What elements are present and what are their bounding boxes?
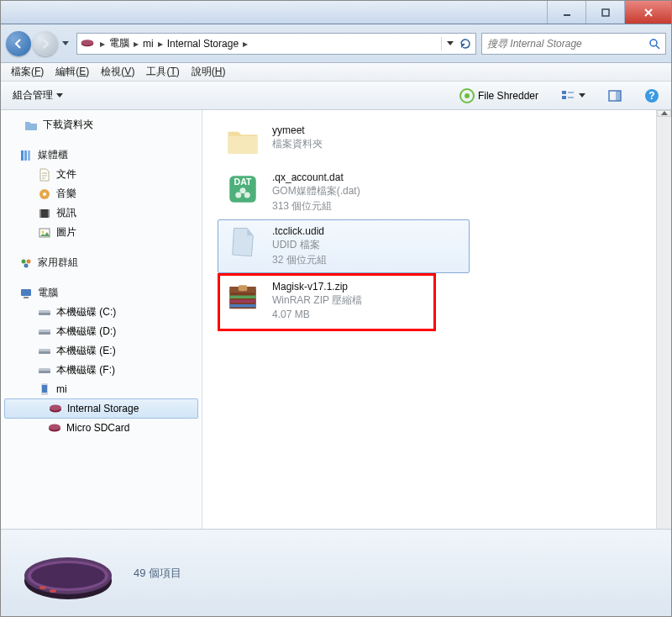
history-dropdown[interactable] (60, 36, 71, 51)
svg-line-7 (656, 45, 659, 49)
search-icon[interactable] (648, 38, 660, 50)
svg-point-5 (81, 40, 94, 45)
chevron-down-icon (56, 93, 63, 98)
svg-rect-42 (42, 385, 47, 393)
chevron-right-icon[interactable]: ▸ (97, 38, 108, 50)
sidebar-item-drive-f[interactable]: 本機磁碟 (F:) (1, 361, 202, 380)
content-area: 下載資料夾 媒體櫃 文件 音樂 視訊 圖片 (1, 110, 671, 529)
view-icon (560, 88, 575, 103)
file-name: Magisk-v17.1.zip (272, 281, 362, 293)
breadcrumb-seg[interactable]: Internal Storage (167, 38, 239, 50)
tree-label: 本機磁碟 (D:) (56, 324, 116, 339)
chevron-right-icon[interactable]: ▸ (155, 38, 165, 50)
svg-point-50 (244, 192, 250, 198)
svg-point-6 (650, 40, 657, 46)
breadcrumb-seg[interactable]: 電腦 (109, 36, 129, 50)
scrollbar[interactable] (656, 110, 671, 529)
back-button[interactable] (6, 31, 31, 56)
sidebar-item-videos[interactable]: 視訊 (1, 203, 202, 223)
svg-point-9 (465, 93, 470, 98)
tree-label: 下載資料夾 (43, 118, 93, 132)
sidebar-header-computer[interactable]: 電腦 (1, 281, 202, 303)
svg-point-27 (42, 230, 45, 233)
address-bar[interactable]: ▸ 電腦 ▸ mi ▸ Internal Storage ▸ (76, 33, 476, 55)
file-size: 32 個位元組 (272, 253, 327, 267)
chevron-down-icon (579, 93, 585, 98)
refresh-icon[interactable] (459, 37, 472, 50)
svg-point-49 (235, 192, 241, 198)
tree-label: 音樂 (56, 187, 76, 201)
sidebar-item-pictures[interactable]: 圖片 (1, 223, 202, 242)
svg-rect-40 (39, 371, 50, 373)
menu-file[interactable]: 檔案(F) (6, 63, 49, 81)
sidebar-item-internal-storage[interactable]: Internal Storage (4, 398, 198, 419)
svg-point-46 (49, 425, 60, 430)
chevron-down-icon[interactable] (447, 41, 454, 46)
maximize-button[interactable] (585, 1, 624, 24)
svg-rect-56 (229, 300, 256, 303)
file-list[interactable]: yymeet 檔案資料夾 DAT .qx_account.dat GOM媒體檔案… (202, 110, 671, 529)
menu-tools[interactable]: 工具(T) (141, 63, 184, 81)
close-button[interactable] (624, 1, 671, 24)
sidebar-header-homegroup[interactable]: 家用群組 (1, 250, 202, 272)
tree-label: 家用群組 (38, 256, 78, 270)
chevron-right-icon[interactable]: ▸ (240, 38, 250, 50)
file-name: .qx_account.dat (272, 171, 360, 183)
preview-pane-button[interactable] (602, 85, 627, 107)
minimize-button[interactable] (547, 1, 585, 24)
file-type: WinRAR ZIP 壓縮檔 (272, 293, 362, 308)
file-name: yymeet (272, 124, 323, 136)
menu-view[interactable]: 檢視(V) (96, 63, 139, 81)
file-item-udid[interactable]: .tcclick.udid UDID 檔案 32 個位元組 (218, 219, 470, 273)
organize-button[interactable]: 組合管理 (8, 85, 68, 106)
sidebar-item-documents[interactable]: 文件 (1, 165, 202, 184)
help-button[interactable]: ? (639, 85, 664, 107)
svg-point-62 (31, 563, 105, 588)
file-item-zip-highlighted[interactable]: Magisk-v17.1.zip WinRAR ZIP 壓縮檔 4.07 MB (218, 273, 436, 331)
svg-rect-36 (39, 332, 50, 335)
file-type: GOM媒體檔案(.dat) (272, 184, 360, 198)
toolbar: 組合管理 File Shredder ? (1, 82, 671, 110)
sidebar-item-drive-e[interactable]: 本機磁碟 (E:) (1, 341, 202, 361)
tree-label: 圖片 (56, 225, 76, 240)
menu-edit[interactable]: 編輯(E) (50, 63, 94, 81)
view-mode-button[interactable] (555, 85, 591, 107)
sidebar-item-downloads[interactable]: 下載資料夾 (1, 115, 202, 134)
storage-icon (49, 402, 62, 415)
breadcrumb: ▸ 電腦 ▸ mi ▸ Internal Storage ▸ (97, 36, 438, 50)
svg-rect-18 (21, 150, 24, 161)
file-shredder-label: File Shredder (478, 90, 538, 102)
svg-rect-55 (229, 296, 256, 299)
sidebar-item-music[interactable]: 音樂 (1, 184, 202, 203)
svg-point-22 (43, 192, 46, 196)
sidebar-item-drive-c[interactable]: 本機磁碟 (C:) (1, 303, 202, 322)
file-shredder-button[interactable]: File Shredder (454, 85, 543, 107)
nav-row: ▸ 電腦 ▸ mi ▸ Internal Storage ▸ (1, 24, 671, 63)
sidebar-item-drive-d[interactable]: 本機磁碟 (D:) (1, 322, 202, 341)
svg-rect-24 (39, 209, 41, 218)
sidebar-item-mi[interactable]: mi (1, 380, 202, 398)
svg-point-64 (50, 589, 56, 593)
scroll-up-button[interactable] (657, 110, 671, 117)
chevron-right-icon[interactable]: ▸ (131, 38, 141, 50)
tree-label: Internal Storage (67, 403, 139, 414)
menu-help[interactable]: 說明(H) (186, 63, 231, 81)
tree-label: mi (56, 383, 67, 395)
svg-point-44 (50, 405, 61, 411)
search-box[interactable] (481, 33, 666, 55)
svg-rect-10 (562, 91, 566, 94)
sidebar-header-libraries[interactable]: 媒體櫃 (1, 143, 202, 165)
search-input[interactable] (487, 38, 648, 50)
titlebar (1, 1, 671, 24)
breadcrumb-seg[interactable]: mi (143, 38, 154, 50)
file-item-dat[interactable]: DAT .qx_account.dat GOM媒體檔案(.dat) 313 個位… (218, 166, 470, 219)
svg-rect-34 (39, 313, 50, 315)
drive-icon (38, 364, 51, 377)
scroll-thumb[interactable] (657, 117, 671, 529)
tree-label: 本機磁碟 (E:) (56, 344, 116, 358)
file-item-folder[interactable]: yymeet 檔案資料夾 (218, 119, 470, 166)
sidebar-item-micro-sd[interactable]: Micro SDCard (1, 419, 202, 437)
drive-icon (81, 38, 94, 50)
forward-button[interactable] (33, 31, 58, 56)
svg-rect-11 (562, 96, 566, 99)
